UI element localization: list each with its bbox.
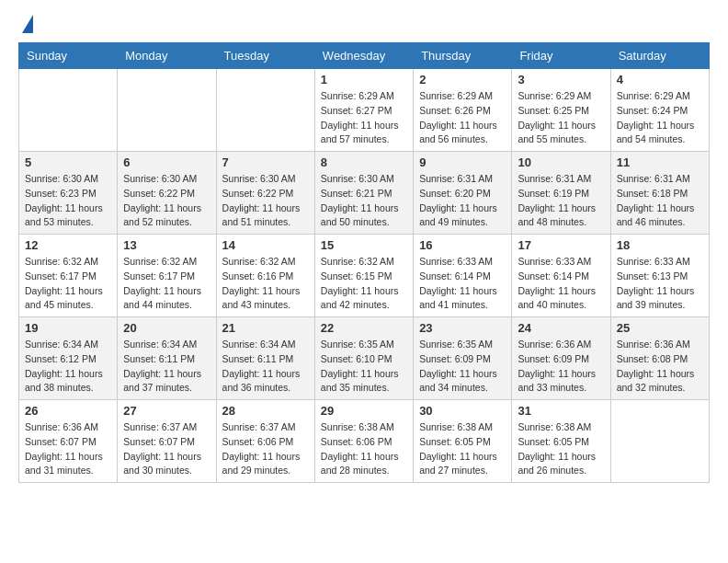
day-number: 10	[518, 155, 604, 169]
calendar-cell: 4Sunrise: 6:29 AMSunset: 6:24 PMDaylight…	[610, 69, 709, 152]
day-info: Sunrise: 6:33 AMSunset: 6:13 PMDaylight:…	[617, 255, 703, 313]
calendar-cell: 13Sunrise: 6:32 AMSunset: 6:17 PMDayligh…	[118, 235, 216, 317]
day-info: Sunrise: 6:35 AMSunset: 6:10 PMDaylight:…	[321, 338, 407, 396]
calendar-cell: 29Sunrise: 6:38 AMSunset: 6:06 PMDayligh…	[314, 400, 413, 483]
calendar-cell: 24Sunrise: 6:36 AMSunset: 6:09 PMDayligh…	[512, 317, 610, 400]
day-info: Sunrise: 6:37 AMSunset: 6:06 PMDaylight:…	[222, 420, 309, 478]
day-number: 31	[518, 404, 604, 418]
day-number: 24	[518, 321, 604, 335]
day-info: Sunrise: 6:38 AMSunset: 6:05 PMDaylight:…	[419, 420, 506, 478]
calendar-cell: 27Sunrise: 6:37 AMSunset: 6:07 PMDayligh…	[118, 400, 216, 483]
day-info: Sunrise: 6:32 AMSunset: 6:15 PMDaylight:…	[321, 255, 407, 313]
day-info: Sunrise: 6:38 AMSunset: 6:05 PMDaylight:…	[518, 420, 604, 478]
calendar-cell: 1Sunrise: 6:29 AMSunset: 6:27 PMDaylight…	[314, 69, 413, 152]
day-number: 25	[617, 321, 703, 335]
calendar-cell: 31Sunrise: 6:38 AMSunset: 6:05 PMDayligh…	[512, 400, 610, 483]
day-info: Sunrise: 6:36 AMSunset: 6:08 PMDaylight:…	[617, 338, 703, 396]
calendar-cell: 28Sunrise: 6:37 AMSunset: 6:06 PMDayligh…	[216, 400, 314, 483]
day-info: Sunrise: 6:35 AMSunset: 6:09 PMDaylight:…	[419, 338, 506, 396]
calendar-cell: 12Sunrise: 6:32 AMSunset: 6:17 PMDayligh…	[19, 235, 118, 317]
weekday-header-monday: Monday	[118, 43, 216, 69]
weekday-header-wednesday: Wednesday	[314, 43, 413, 69]
week-row-1: 1Sunrise: 6:29 AMSunset: 6:27 PMDaylight…	[19, 69, 710, 152]
logo-triangle-icon	[22, 15, 33, 33]
calendar-cell: 17Sunrise: 6:33 AMSunset: 6:14 PMDayligh…	[512, 235, 610, 317]
calendar-cell: 7Sunrise: 6:30 AMSunset: 6:22 PMDaylight…	[216, 152, 314, 235]
day-info: Sunrise: 6:30 AMSunset: 6:22 PMDaylight:…	[123, 172, 210, 230]
day-number: 18	[617, 238, 703, 252]
day-number: 26	[25, 404, 111, 418]
calendar-cell: 22Sunrise: 6:35 AMSunset: 6:10 PMDayligh…	[314, 317, 413, 400]
calendar-cell: 5Sunrise: 6:30 AMSunset: 6:23 PMDaylight…	[19, 152, 118, 235]
day-number: 19	[25, 321, 111, 335]
calendar-cell: 25Sunrise: 6:36 AMSunset: 6:08 PMDayligh…	[610, 317, 709, 400]
day-number: 22	[321, 321, 407, 335]
week-row-2: 5Sunrise: 6:30 AMSunset: 6:23 PMDaylight…	[19, 152, 710, 235]
calendar-cell	[216, 69, 314, 152]
calendar-cell: 18Sunrise: 6:33 AMSunset: 6:13 PMDayligh…	[610, 235, 709, 317]
calendar-cell: 9Sunrise: 6:31 AMSunset: 6:20 PMDaylight…	[414, 152, 512, 235]
day-number: 9	[419, 155, 506, 169]
day-number: 30	[419, 404, 506, 418]
calendar-cell: 15Sunrise: 6:32 AMSunset: 6:15 PMDayligh…	[314, 235, 413, 317]
day-info: Sunrise: 6:33 AMSunset: 6:14 PMDaylight:…	[419, 255, 506, 313]
logo	[18, 18, 33, 33]
week-row-3: 12Sunrise: 6:32 AMSunset: 6:17 PMDayligh…	[19, 235, 710, 317]
calendar-cell: 3Sunrise: 6:29 AMSunset: 6:25 PMDaylight…	[512, 69, 610, 152]
calendar-cell: 21Sunrise: 6:34 AMSunset: 6:11 PMDayligh…	[216, 317, 314, 400]
day-info: Sunrise: 6:29 AMSunset: 6:24 PMDaylight:…	[617, 89, 703, 147]
calendar-cell: 26Sunrise: 6:36 AMSunset: 6:07 PMDayligh…	[19, 400, 118, 483]
day-info: Sunrise: 6:31 AMSunset: 6:18 PMDaylight:…	[617, 172, 703, 230]
day-number: 3	[518, 73, 604, 86]
calendar-cell: 19Sunrise: 6:34 AMSunset: 6:12 PMDayligh…	[19, 317, 118, 400]
day-number: 8	[321, 155, 407, 169]
day-info: Sunrise: 6:32 AMSunset: 6:17 PMDaylight:…	[25, 255, 111, 313]
day-number: 5	[25, 155, 111, 169]
day-number: 14	[222, 238, 309, 252]
day-info: Sunrise: 6:36 AMSunset: 6:07 PMDaylight:…	[25, 420, 111, 478]
day-number: 1	[321, 73, 407, 86]
calendar-cell: 10Sunrise: 6:31 AMSunset: 6:19 PMDayligh…	[512, 152, 610, 235]
day-info: Sunrise: 6:31 AMSunset: 6:20 PMDaylight:…	[419, 172, 506, 230]
day-info: Sunrise: 6:30 AMSunset: 6:21 PMDaylight:…	[321, 172, 407, 230]
day-info: Sunrise: 6:34 AMSunset: 6:11 PMDaylight:…	[222, 338, 309, 396]
weekday-header-sunday: Sunday	[19, 43, 118, 69]
page-header	[18, 18, 710, 33]
day-info: Sunrise: 6:30 AMSunset: 6:22 PMDaylight:…	[222, 172, 309, 230]
calendar-cell	[19, 69, 118, 152]
day-number: 11	[617, 155, 703, 169]
weekday-header-thursday: Thursday	[414, 43, 512, 69]
day-info: Sunrise: 6:33 AMSunset: 6:14 PMDaylight:…	[518, 255, 604, 313]
day-number: 13	[123, 238, 210, 252]
day-info: Sunrise: 6:31 AMSunset: 6:19 PMDaylight:…	[518, 172, 604, 230]
day-number: 20	[123, 321, 210, 335]
day-number: 7	[222, 155, 309, 169]
day-info: Sunrise: 6:29 AMSunset: 6:27 PMDaylight:…	[321, 89, 407, 147]
week-row-5: 26Sunrise: 6:36 AMSunset: 6:07 PMDayligh…	[19, 400, 710, 483]
calendar-cell: 30Sunrise: 6:38 AMSunset: 6:05 PMDayligh…	[414, 400, 512, 483]
calendar-cell: 16Sunrise: 6:33 AMSunset: 6:14 PMDayligh…	[414, 235, 512, 317]
day-info: Sunrise: 6:36 AMSunset: 6:09 PMDaylight:…	[518, 338, 604, 396]
calendar-table: SundayMondayTuesdayWednesdayThursdayFrid…	[18, 42, 710, 483]
day-number: 12	[25, 238, 111, 252]
day-number: 28	[222, 404, 309, 418]
day-number: 17	[518, 238, 604, 252]
calendar-cell	[118, 69, 216, 152]
calendar-cell: 6Sunrise: 6:30 AMSunset: 6:22 PMDaylight…	[118, 152, 216, 235]
day-number: 15	[321, 238, 407, 252]
day-number: 21	[222, 321, 309, 335]
day-info: Sunrise: 6:34 AMSunset: 6:11 PMDaylight:…	[123, 338, 210, 396]
weekday-header-tuesday: Tuesday	[216, 43, 314, 69]
day-number: 27	[123, 404, 210, 418]
calendar-cell: 11Sunrise: 6:31 AMSunset: 6:18 PMDayligh…	[610, 152, 709, 235]
day-number: 23	[419, 321, 506, 335]
day-info: Sunrise: 6:29 AMSunset: 6:25 PMDaylight:…	[518, 89, 604, 147]
calendar-cell: 8Sunrise: 6:30 AMSunset: 6:21 PMDaylight…	[314, 152, 413, 235]
calendar-cell: 20Sunrise: 6:34 AMSunset: 6:11 PMDayligh…	[118, 317, 216, 400]
calendar-cell	[610, 400, 709, 483]
weekday-header-saturday: Saturday	[610, 43, 709, 69]
calendar-cell: 14Sunrise: 6:32 AMSunset: 6:16 PMDayligh…	[216, 235, 314, 317]
day-info: Sunrise: 6:29 AMSunset: 6:26 PMDaylight:…	[419, 89, 506, 147]
calendar-cell: 2Sunrise: 6:29 AMSunset: 6:26 PMDaylight…	[414, 69, 512, 152]
weekday-header-friday: Friday	[512, 43, 610, 69]
